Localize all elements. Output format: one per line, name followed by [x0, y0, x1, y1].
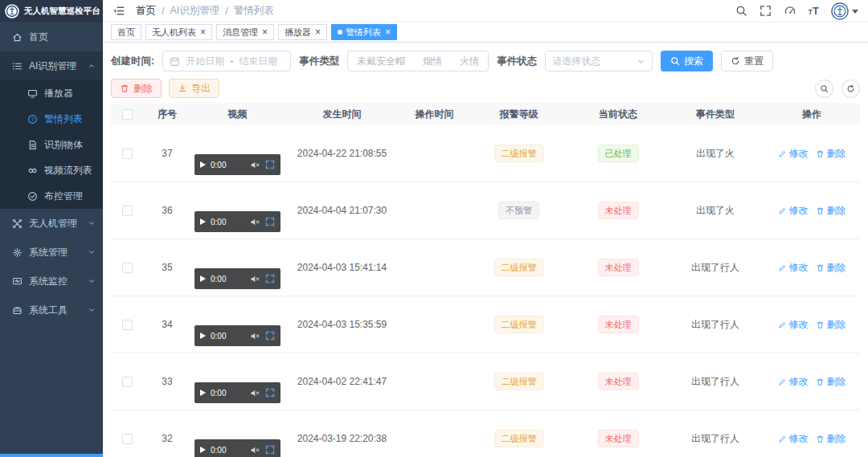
sidebar-item-system-management[interactable]: 系统管理 [0, 238, 103, 267]
cell-视频: 0:00 [191, 125, 284, 182]
video-player[interactable]: 0:00 [194, 268, 280, 289]
video-player[interactable]: 0:00 [194, 154, 280, 175]
delete-link[interactable]: 删除 [816, 261, 846, 275]
tab[interactable]: 消息管理 × [216, 24, 274, 40]
video-fullscreen-icon[interactable] [265, 217, 275, 226]
tab[interactable]: 无人机列表 × [145, 24, 212, 40]
pencil-icon [778, 206, 787, 215]
delete-link[interactable]: 删除 [816, 204, 846, 218]
video-fullscreen-icon[interactable] [265, 274, 275, 284]
edit-link[interactable]: 修改 [778, 147, 809, 161]
sidebar-item-recognized-objects[interactable]: 识别物体 [0, 132, 103, 157]
play-icon[interactable] [200, 161, 206, 168]
table-row: 33 0:00 2024-04-02 22:41:47 二级报警 未处理 出现了… [111, 353, 860, 410]
row-checkbox[interactable] [122, 320, 133, 330]
row-checkbox[interactable] [122, 263, 133, 273]
font-size-icon[interactable]: TT [809, 6, 819, 16]
date-range-input[interactable]: 开始日期 - 结束日期 [162, 51, 291, 71]
table-row: 35 0:00 2024-04-03 15:41:14 二级报警 未处理 出现了… [111, 239, 860, 296]
tab-close-icon[interactable]: × [315, 27, 321, 37]
muted-speaker-icon[interactable] [250, 388, 260, 398]
video-fullscreen-icon[interactable] [265, 160, 275, 169]
video-player[interactable]: 0:00 [194, 211, 280, 232]
select-all-checkbox[interactable] [122, 109, 133, 120]
cell-操作时间 [400, 296, 469, 353]
status-badge: 未处理 [598, 430, 639, 447]
edit-link[interactable]: 修改 [778, 318, 809, 332]
row-checkbox[interactable] [122, 377, 133, 387]
video-fullscreen-icon[interactable] [265, 388, 275, 398]
event-status-select[interactable]: 请选择状态 [545, 51, 653, 71]
tab-close-icon[interactable]: × [262, 27, 268, 37]
sidebar-item-system-tools[interactable]: 系统工具 [0, 296, 103, 324]
sidebar-item-drone-management[interactable]: 无人机管理 [0, 209, 103, 238]
breadcrumb-ai-management[interactable]: AI识别管理 [170, 4, 219, 18]
search-icon[interactable] [735, 5, 747, 17]
fullscreen-icon[interactable] [760, 5, 772, 17]
muted-speaker-icon[interactable] [250, 274, 260, 284]
tab[interactable]: 首页 [111, 24, 141, 40]
edit-link[interactable]: 修改 [778, 432, 809, 446]
refresh-table-button[interactable] [841, 80, 860, 98]
muted-speaker-icon[interactable] [250, 445, 260, 455]
toggle-search-button[interactable] [815, 80, 833, 98]
cell-操作时间 [400, 239, 469, 296]
sidebar-item-home[interactable]: 首页 [0, 22, 103, 51]
tab-active-dot [338, 30, 342, 35]
video-player[interactable]: 0:00 [194, 439, 280, 457]
video-fullscreen-icon[interactable] [265, 445, 275, 455]
row-checkbox[interactable] [122, 434, 133, 444]
video-time: 0:00 [211, 389, 226, 398]
cell-报警等级: 二级报警 [469, 125, 569, 182]
pencil-icon [778, 320, 787, 329]
user-avatar[interactable] [831, 2, 858, 20]
tags-view-bar: 首页 无人机列表 × 消息管理 × 播放器 × 警情列表 × [103, 22, 868, 43]
sidebar-item-ai-management[interactable]: AI识别管理 [0, 51, 103, 80]
delete-button[interactable]: 删除 [111, 79, 162, 98]
sidebar-item-alert-list[interactable]: ? 警情列表 [0, 106, 103, 132]
chevron-down-icon [637, 57, 645, 66]
delete-link[interactable]: 删除 [816, 375, 846, 389]
play-icon[interactable] [200, 333, 206, 339]
dashboard-gauge-icon[interactable] [784, 5, 796, 17]
sidebar-item-video-streams[interactable]: 视频流列表 [0, 157, 103, 183]
play-icon[interactable] [200, 390, 206, 396]
muted-speaker-icon[interactable] [250, 331, 260, 341]
trash-icon [120, 84, 129, 93]
alarm-level-badge: 二级报警 [494, 373, 544, 390]
tab[interactable]: 播放器 × [278, 24, 327, 40]
cell-发生时间: 2024-04-04 21:07:30 [284, 182, 400, 239]
delete-link[interactable]: 删除 [816, 432, 846, 446]
cell-当前状态: 已处理 [569, 125, 667, 182]
tab-close-icon[interactable]: × [200, 27, 206, 37]
video-player[interactable]: 0:00 [194, 325, 280, 346]
event-type-option-fire[interactable]: 火情 [451, 55, 488, 68]
row-checkbox[interactable] [122, 149, 133, 159]
play-icon[interactable] [200, 447, 206, 453]
reset-button[interactable]: 重置 [721, 51, 773, 71]
sidebar-fold-button[interactable] [113, 5, 125, 17]
video-fullscreen-icon[interactable] [265, 331, 275, 341]
play-icon[interactable] [200, 218, 206, 225]
event-type-option-smoke[interactable]: 烟情 [414, 55, 451, 68]
play-icon[interactable] [200, 275, 206, 282]
tab[interactable]: 警情列表 × [331, 24, 397, 40]
video-player[interactable]: 0:00 [194, 382, 280, 403]
search-button[interactable]: 搜索 [661, 51, 713, 71]
edit-link[interactable]: 修改 [778, 261, 809, 275]
event-type-option-helmet[interactable]: 未戴安全帽 [348, 55, 414, 68]
sidebar-item-system-monitor[interactable]: 系统监控 [0, 267, 103, 296]
export-button[interactable]: 导出 [169, 79, 219, 98]
delete-link[interactable]: 删除 [816, 147, 846, 161]
delete-link[interactable]: 删除 [816, 318, 846, 332]
tab-close-icon[interactable]: × [385, 27, 391, 37]
edit-link[interactable]: 修改 [778, 204, 809, 218]
alarm-level-badge: 不预警 [498, 202, 539, 219]
muted-speaker-icon[interactable] [250, 160, 260, 170]
muted-speaker-icon[interactable] [250, 217, 260, 227]
breadcrumb-home[interactable]: 首页 [136, 4, 156, 18]
edit-link[interactable]: 修改 [778, 375, 809, 389]
sidebar-item-deployment[interactable]: 布控管理 [0, 183, 103, 209]
sidebar-item-player[interactable]: 播放器 [0, 80, 103, 106]
row-checkbox[interactable] [122, 206, 133, 216]
